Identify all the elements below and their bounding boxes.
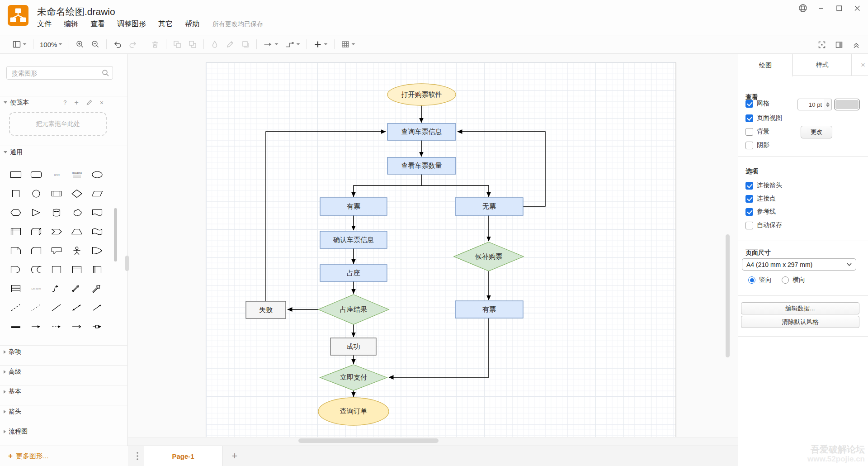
flow-edge-2[interactable] <box>354 174 421 197</box>
guides-checkbox[interactable] <box>745 208 753 216</box>
shape-note-icon[interactable] <box>5 241 26 260</box>
language-globe-icon[interactable] <box>797 3 808 14</box>
section-basic[interactable]: 基本 <box>0 385 128 398</box>
search-input[interactable] <box>11 68 101 79</box>
flow-node-order[interactable]: 查询订单 <box>318 398 389 425</box>
zoom-out-button[interactable] <box>91 40 100 49</box>
vertical-scrollbar[interactable] <box>726 234 730 357</box>
shape-callout-icon[interactable] <box>46 241 66 260</box>
shadow-button[interactable] <box>241 40 250 49</box>
close-panel-icon[interactable]: × <box>861 61 865 70</box>
clear-default-style-button[interactable]: 清除默认风格 <box>741 316 859 328</box>
flow-node-has-ticket-2[interactable]: 有票 <box>455 301 523 318</box>
shape-container-title-icon[interactable] <box>66 260 87 279</box>
waypoint-style-button[interactable] <box>285 40 300 49</box>
grid-size-input[interactable] <box>797 99 825 110</box>
scratchpad-help-icon[interactable]: ? <box>63 99 66 106</box>
scratchpad-add-icon[interactable]: + <box>74 99 78 107</box>
scratchpad-dropzone[interactable]: 把元素拖至此处 <box>9 112 107 136</box>
page-size-select[interactable]: A4 (210 mm x 297 mm) <box>742 258 856 271</box>
format-panel-toggle-button[interactable] <box>835 40 844 49</box>
shape-triangle-icon[interactable] <box>26 203 46 222</box>
shape-list-item-icon[interactable]: List Item <box>26 279 46 298</box>
shape-rounded-rectangle-icon[interactable] <box>26 165 46 184</box>
shape-annotation-connector-icon[interactable] <box>87 317 107 336</box>
maximize-button[interactable] <box>834 3 844 14</box>
shape-link-icon[interactable] <box>5 317 26 336</box>
shape-directional-connector-icon[interactable] <box>87 298 107 317</box>
shape-ellipse-icon[interactable] <box>87 165 107 184</box>
delete-button[interactable] <box>151 40 160 49</box>
tab-style[interactable]: 样式 <box>793 54 852 76</box>
redo-button[interactable] <box>128 40 137 49</box>
shape-thin-arrow-icon[interactable] <box>66 317 87 336</box>
shape-circle-icon[interactable] <box>26 184 46 203</box>
shape-cube-icon[interactable] <box>26 222 46 241</box>
flow-node-query[interactable]: 查询车票信息 <box>387 124 456 140</box>
connection-arrows-checkbox[interactable] <box>745 182 753 190</box>
shape-actor-icon[interactable] <box>66 241 87 260</box>
shape-container-icon[interactable] <box>46 260 66 279</box>
landscape-radio[interactable] <box>782 276 789 284</box>
flow-node-has-ticket[interactable]: 有票 <box>320 198 387 215</box>
section-misc[interactable]: 杂项 <box>0 345 128 358</box>
section-flowchart[interactable]: 流程图 <box>0 425 128 437</box>
flow-node-start[interactable]: 打开购票软件 <box>387 84 456 105</box>
menu-arrange[interactable]: 调整图形 <box>117 19 146 29</box>
flow-edge-15[interactable] <box>389 318 489 377</box>
table-button[interactable] <box>341 40 355 49</box>
background-checkbox[interactable] <box>745 128 753 136</box>
flow-node-seat[interactable]: 占座 <box>320 265 387 281</box>
zoom-level-dropdown[interactable]: 100% <box>40 41 62 48</box>
edit-data-button[interactable]: 编辑数据... <box>741 302 859 314</box>
shape-hexagon-icon[interactable] <box>5 203 26 222</box>
shape-curve-icon[interactable] <box>46 279 66 298</box>
fit-page-button[interactable] <box>817 40 826 49</box>
connection-style-button[interactable] <box>263 40 278 49</box>
shape-cylinder-icon[interactable] <box>46 203 66 222</box>
shape-tape-icon[interactable] <box>87 222 107 241</box>
page-view-checkbox[interactable] <box>745 114 753 122</box>
to-back-button[interactable] <box>188 40 197 49</box>
page-tab[interactable]: Page-1 <box>144 446 222 466</box>
collapse-toolbar-button[interactable] <box>852 40 861 49</box>
search-icon[interactable] <box>102 69 109 77</box>
flow-node-pay[interactable]: 立即支付 <box>320 365 387 390</box>
flow-node-waitlist[interactable]: 候补购票 <box>454 242 524 271</box>
undo-button[interactable] <box>113 40 122 49</box>
shape-dashed-line-icon[interactable] <box>5 298 26 317</box>
shape-card-icon[interactable] <box>26 241 46 260</box>
flow-node-confirm[interactable]: 确认车票信息 <box>320 231 387 248</box>
fill-color-button[interactable] <box>210 40 219 49</box>
insert-button[interactable] <box>313 40 328 49</box>
tab-diagram[interactable]: 绘图 <box>738 54 793 76</box>
horizontal-scrollbar[interactable] <box>298 438 439 443</box>
flow-node-success[interactable]: 成功 <box>330 338 376 355</box>
add-page-button[interactable]: + <box>228 450 241 462</box>
portrait-radio[interactable] <box>748 276 755 284</box>
diagram-canvas[interactable]: 打开购票软件查询车票信息查看车票数量有票无票确认车票信息占座占座结果失败候补购票… <box>128 54 738 446</box>
shape-vertical-container-icon[interactable] <box>87 260 107 279</box>
autosave-checkbox[interactable] <box>745 222 753 229</box>
menu-extras[interactable]: 其它 <box>158 19 173 29</box>
shape-diamond-icon[interactable] <box>66 184 87 203</box>
shape-or-icon[interactable] <box>87 241 107 260</box>
shape-list-icon[interactable] <box>5 279 26 298</box>
shape-document-icon[interactable] <box>87 203 107 222</box>
shadow-checkbox[interactable] <box>745 142 753 149</box>
shape-step-icon[interactable] <box>46 222 66 241</box>
zoom-in-button[interactable] <box>75 40 85 49</box>
flow-node-no-ticket[interactable]: 无票 <box>455 198 523 215</box>
shape-square-icon[interactable] <box>5 184 26 203</box>
flow-edge-12[interactable] <box>458 132 545 206</box>
line-color-button[interactable] <box>226 40 235 49</box>
shape-cloud-icon[interactable] <box>66 203 87 222</box>
shape-bidirectional-connector-icon[interactable] <box>66 298 87 317</box>
view-panels-button[interactable] <box>12 40 27 49</box>
menu-file[interactable]: 文件 <box>37 19 52 29</box>
flow-node-seat-result[interactable]: 占座结果 <box>318 295 389 324</box>
shape-data-storage-icon[interactable] <box>26 260 46 279</box>
shape-line-icon[interactable] <box>46 298 66 317</box>
connection-points-checkbox[interactable] <box>745 195 753 203</box>
shape-bidirectional-arrow-icon[interactable] <box>66 279 87 298</box>
